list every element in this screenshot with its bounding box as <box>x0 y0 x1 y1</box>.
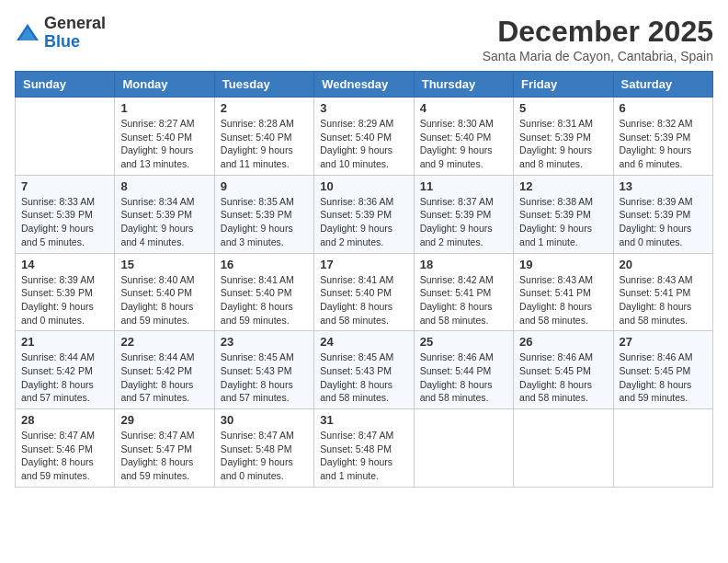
title-block: December 2025 Santa Maria de Cayon, Cant… <box>483 15 713 63</box>
day-number: 21 <box>21 335 108 349</box>
day-number: 20 <box>620 258 707 271</box>
header-cell-friday: Friday <box>514 72 613 98</box>
day-info: Sunrise: 8:38 AM Sunset: 5:39 PM Dayligh… <box>519 195 607 249</box>
day-number: 1 <box>120 101 208 115</box>
day-number: 26 <box>519 335 607 349</box>
calendar-body: 1Sunrise: 8:27 AM Sunset: 5:40 PM Daylig… <box>16 98 713 488</box>
day-number: 3 <box>320 101 407 115</box>
day-number: 6 <box>620 101 707 115</box>
header-cell-thursday: Thursday <box>414 72 513 98</box>
calendar-table: SundayMondayTuesdayWednesdayThursdayFrid… <box>15 71 713 488</box>
header-row: SundayMondayTuesdayWednesdayThursdayFrid… <box>16 72 713 98</box>
day-cell: 16Sunrise: 8:41 AM Sunset: 5:40 PM Dayli… <box>214 253 313 331</box>
day-cell: 15Sunrise: 8:40 AM Sunset: 5:40 PM Dayli… <box>115 253 214 331</box>
day-cell: 12Sunrise: 8:38 AM Sunset: 5:39 PM Dayli… <box>514 175 613 253</box>
day-info: Sunrise: 8:43 AM Sunset: 5:41 PM Dayligh… <box>519 273 607 327</box>
page-header: General Blue December 2025 Santa Maria d… <box>15 15 713 63</box>
day-number: 9 <box>221 179 308 193</box>
day-info: Sunrise: 8:41 AM Sunset: 5:40 PM Dayligh… <box>320 273 407 327</box>
week-row-3: 14Sunrise: 8:39 AM Sunset: 5:39 PM Dayli… <box>16 253 713 331</box>
header-cell-sunday: Sunday <box>16 72 115 98</box>
month-title: December 2025 <box>483 15 713 49</box>
day-number: 24 <box>320 335 407 349</box>
day-info: Sunrise: 8:42 AM Sunset: 5:41 PM Dayligh… <box>420 273 507 327</box>
day-info: Sunrise: 8:41 AM Sunset: 5:40 PM Dayligh… <box>221 273 308 327</box>
location-title: Santa Maria de Cayon, Cantabria, Spain <box>483 49 713 63</box>
header-cell-saturday: Saturday <box>613 72 712 98</box>
day-info: Sunrise: 8:47 AM Sunset: 5:48 PM Dayligh… <box>320 429 407 483</box>
day-cell: 4Sunrise: 8:30 AM Sunset: 5:40 PM Daylig… <box>414 98 513 176</box>
day-number: 15 <box>120 258 208 271</box>
day-number: 8 <box>120 179 208 193</box>
day-cell: 21Sunrise: 8:44 AM Sunset: 5:42 PM Dayli… <box>16 331 115 409</box>
header-cell-wednesday: Wednesday <box>314 72 414 98</box>
day-cell: 6Sunrise: 8:32 AM Sunset: 5:39 PM Daylig… <box>613 98 712 176</box>
day-info: Sunrise: 8:44 AM Sunset: 5:42 PM Dayligh… <box>120 350 208 405</box>
day-cell: 19Sunrise: 8:43 AM Sunset: 5:41 PM Dayli… <box>514 253 613 331</box>
day-cell: 31Sunrise: 8:47 AM Sunset: 5:48 PM Dayli… <box>314 409 414 488</box>
day-number: 17 <box>320 258 407 271</box>
day-number: 25 <box>420 335 507 349</box>
day-cell: 30Sunrise: 8:47 AM Sunset: 5:48 PM Dayli… <box>214 409 313 488</box>
day-cell: 18Sunrise: 8:42 AM Sunset: 5:41 PM Dayli… <box>414 253 513 331</box>
day-cell: 26Sunrise: 8:46 AM Sunset: 5:45 PM Dayli… <box>514 331 613 409</box>
logo: General Blue <box>15 15 106 52</box>
day-number: 30 <box>221 413 308 427</box>
day-info: Sunrise: 8:32 AM Sunset: 5:39 PM Dayligh… <box>620 117 707 171</box>
day-info: Sunrise: 8:47 AM Sunset: 5:48 PM Dayligh… <box>221 429 308 483</box>
day-cell: 11Sunrise: 8:37 AM Sunset: 5:39 PM Dayli… <box>414 175 513 253</box>
day-number: 14 <box>21 258 108 271</box>
day-info: Sunrise: 8:45 AM Sunset: 5:43 PM Dayligh… <box>221 350 308 405</box>
day-info: Sunrise: 8:39 AM Sunset: 5:39 PM Dayligh… <box>620 195 707 249</box>
logo-icon <box>15 20 40 46</box>
day-cell: 2Sunrise: 8:28 AM Sunset: 5:40 PM Daylig… <box>214 98 313 176</box>
day-info: Sunrise: 8:28 AM Sunset: 5:40 PM Dayligh… <box>221 117 308 171</box>
day-cell: 20Sunrise: 8:43 AM Sunset: 5:41 PM Dayli… <box>613 253 712 331</box>
day-cell: 9Sunrise: 8:35 AM Sunset: 5:39 PM Daylig… <box>214 175 313 253</box>
day-cell: 22Sunrise: 8:44 AM Sunset: 5:42 PM Dayli… <box>115 331 214 409</box>
day-number: 27 <box>620 335 707 349</box>
day-number: 29 <box>120 413 208 427</box>
header-cell-tuesday: Tuesday <box>214 72 313 98</box>
day-info: Sunrise: 8:47 AM Sunset: 5:47 PM Dayligh… <box>120 429 208 483</box>
day-number: 22 <box>120 335 208 349</box>
week-row-4: 21Sunrise: 8:44 AM Sunset: 5:42 PM Dayli… <box>16 331 713 409</box>
day-info: Sunrise: 8:30 AM Sunset: 5:40 PM Dayligh… <box>420 117 507 171</box>
day-info: Sunrise: 8:33 AM Sunset: 5:39 PM Dayligh… <box>21 195 108 249</box>
day-number: 31 <box>320 413 407 427</box>
day-cell: 23Sunrise: 8:45 AM Sunset: 5:43 PM Dayli… <box>214 331 313 409</box>
day-info: Sunrise: 8:44 AM Sunset: 5:42 PM Dayligh… <box>21 350 108 405</box>
day-info: Sunrise: 8:40 AM Sunset: 5:40 PM Dayligh… <box>120 273 208 327</box>
day-cell: 7Sunrise: 8:33 AM Sunset: 5:39 PM Daylig… <box>16 175 115 253</box>
day-cell: 17Sunrise: 8:41 AM Sunset: 5:40 PM Dayli… <box>314 253 414 331</box>
day-number: 16 <box>221 258 308 271</box>
day-cell: 29Sunrise: 8:47 AM Sunset: 5:47 PM Dayli… <box>115 409 214 488</box>
header-cell-monday: Monday <box>115 72 214 98</box>
day-cell: 8Sunrise: 8:34 AM Sunset: 5:39 PM Daylig… <box>115 175 214 253</box>
day-cell: 24Sunrise: 8:45 AM Sunset: 5:43 PM Dayli… <box>314 331 414 409</box>
week-row-5: 28Sunrise: 8:47 AM Sunset: 5:46 PM Dayli… <box>16 409 713 488</box>
week-row-1: 1Sunrise: 8:27 AM Sunset: 5:40 PM Daylig… <box>16 98 713 176</box>
logo-blue: Blue <box>44 33 106 52</box>
calendar-header: SundayMondayTuesdayWednesdayThursdayFrid… <box>16 72 713 98</box>
day-info: Sunrise: 8:46 AM Sunset: 5:44 PM Dayligh… <box>420 350 507 405</box>
day-cell <box>16 98 115 176</box>
day-cell: 10Sunrise: 8:36 AM Sunset: 5:39 PM Dayli… <box>314 175 414 253</box>
day-cell: 13Sunrise: 8:39 AM Sunset: 5:39 PM Dayli… <box>613 175 712 253</box>
day-number: 2 <box>221 101 308 115</box>
day-cell <box>414 409 513 488</box>
day-cell <box>514 409 613 488</box>
day-cell: 27Sunrise: 8:46 AM Sunset: 5:45 PM Dayli… <box>613 331 712 409</box>
day-number: 12 <box>519 179 607 193</box>
day-cell: 5Sunrise: 8:31 AM Sunset: 5:39 PM Daylig… <box>514 98 613 176</box>
day-info: Sunrise: 8:29 AM Sunset: 5:40 PM Dayligh… <box>320 117 407 171</box>
week-row-2: 7Sunrise: 8:33 AM Sunset: 5:39 PM Daylig… <box>16 175 713 253</box>
day-cell: 28Sunrise: 8:47 AM Sunset: 5:46 PM Dayli… <box>16 409 115 488</box>
day-number: 5 <box>519 101 607 115</box>
day-number: 19 <box>519 258 607 271</box>
day-cell: 25Sunrise: 8:46 AM Sunset: 5:44 PM Dayli… <box>414 331 513 409</box>
day-info: Sunrise: 8:35 AM Sunset: 5:39 PM Dayligh… <box>221 195 308 249</box>
day-cell <box>613 409 712 488</box>
day-number: 10 <box>320 179 407 193</box>
day-info: Sunrise: 8:45 AM Sunset: 5:43 PM Dayligh… <box>320 350 407 405</box>
